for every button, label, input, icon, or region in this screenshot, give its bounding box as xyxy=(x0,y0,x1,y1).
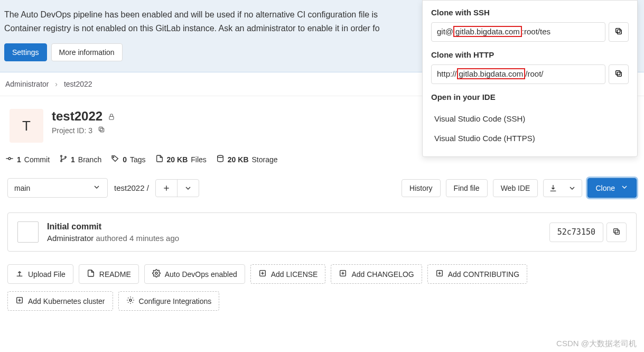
svg-rect-14 xyxy=(614,228,618,233)
ide-vscode-https[interactable]: Visual Studio Code (HTTPS) xyxy=(431,128,629,148)
history-button[interactable]: History xyxy=(402,179,441,197)
chevron-down-icon xyxy=(620,183,629,193)
plus-square-icon xyxy=(15,296,24,306)
svg-point-9 xyxy=(113,156,114,158)
web-ide-button[interactable]: Web IDE xyxy=(493,179,538,197)
svg-point-28 xyxy=(129,299,132,301)
auto-devops-button[interactable]: Auto DevOps enabled xyxy=(144,264,245,284)
upload-icon xyxy=(15,269,24,279)
svg-point-7 xyxy=(61,160,62,162)
project-title: test2022 xyxy=(52,109,102,124)
clone-ssh-title: Clone with SSH xyxy=(431,8,629,17)
svg-point-10 xyxy=(217,155,223,158)
breadcrumb-project[interactable]: test2022 xyxy=(64,80,92,88)
commit-title[interactable]: Initial commit xyxy=(47,222,541,231)
upload-file-button[interactable]: Upload File xyxy=(7,264,73,284)
clipboard-icon xyxy=(614,29,623,37)
copy-sha-button[interactable] xyxy=(606,223,627,242)
project-avatar: T xyxy=(10,109,43,143)
breadcrumb-admin[interactable]: Administrator xyxy=(5,80,49,88)
plus-square-icon xyxy=(339,269,347,279)
svg-point-8 xyxy=(65,156,67,158)
commit-meta: Administrator authored 4 minutes ago xyxy=(47,234,541,243)
commit-sha[interactable]: 52c73150 xyxy=(549,223,603,242)
add-kubernetes-button[interactable]: Add Kubernetes cluster xyxy=(7,291,113,311)
chevron-right-icon: › xyxy=(55,80,58,88)
commit-icon xyxy=(5,154,14,164)
download-icon xyxy=(544,180,563,197)
repository-toolbar: main test2022 / History Find file Web ID… xyxy=(0,174,644,202)
configure-integrations-button[interactable]: Configure Integrations xyxy=(118,291,220,311)
plus-icon xyxy=(156,180,178,197)
svg-point-3 xyxy=(8,158,11,160)
settings-button[interactable]: Settings xyxy=(4,43,47,61)
clone-button[interactable]: Clone xyxy=(587,178,637,198)
file-icon xyxy=(155,154,164,164)
ssh-url-input[interactable]: git@gitlab.bigdata.com:root/tes xyxy=(431,22,605,42)
svg-rect-31 xyxy=(617,72,621,76)
svg-rect-32 xyxy=(616,71,620,75)
project-id: Project ID: 3 xyxy=(52,126,92,135)
tag-icon xyxy=(111,154,119,164)
svg-rect-2 xyxy=(99,127,102,131)
svg-rect-1 xyxy=(100,128,104,132)
branch-selector[interactable]: main xyxy=(7,178,108,198)
plus-square-icon xyxy=(258,269,267,279)
clone-dropdown: Clone with SSH git@gitlab.bigdata.com:ro… xyxy=(422,0,638,157)
copy-ssh-button[interactable] xyxy=(609,22,629,42)
file-icon xyxy=(87,269,95,279)
commit-author-avatar xyxy=(17,221,39,243)
gear-icon xyxy=(126,296,135,306)
add-changelog-button[interactable]: Add CHANGELOG xyxy=(331,264,422,284)
svg-point-15 xyxy=(155,272,157,274)
http-url-input[interactable]: http://gitlab.bigdata.com/root/ xyxy=(431,64,605,84)
latest-commit: Initial commit Administrator authored 4 … xyxy=(7,212,637,252)
chevron-down-icon xyxy=(178,180,199,197)
svg-point-6 xyxy=(61,155,62,157)
path-crumb[interactable]: test2022 / xyxy=(114,183,149,192)
quick-actions-row-2: Add Kubernetes cluster Configure Integra… xyxy=(0,289,644,313)
add-contributing-button[interactable]: Add CONTRIBUTING xyxy=(427,264,527,284)
add-dropdown[interactable] xyxy=(155,179,199,197)
svg-rect-30 xyxy=(616,29,620,33)
branch-icon xyxy=(59,154,68,164)
stat-files[interactable]: 20 KBFiles xyxy=(155,154,207,164)
commit-author-link[interactable]: Administrator xyxy=(47,234,94,243)
gear-icon xyxy=(152,269,161,279)
stat-storage[interactable]: 20 KBStorage xyxy=(216,154,278,164)
watermark: CSDN @大数据老司机 xyxy=(556,339,637,349)
chevron-down-icon xyxy=(563,180,582,197)
lock-icon xyxy=(108,109,115,124)
ide-vscode-ssh[interactable]: Visual Studio Code (SSH) xyxy=(431,109,629,128)
stat-commits[interactable]: 1Commit xyxy=(5,154,50,164)
quick-actions-row: Upload File README Auto DevOps enabled A… xyxy=(0,262,644,286)
readme-button[interactable]: README xyxy=(79,264,139,284)
clone-http-title: Clone with HTTP xyxy=(431,50,629,59)
svg-rect-13 xyxy=(615,230,619,234)
plus-square-icon xyxy=(435,269,444,279)
svg-rect-0 xyxy=(109,116,114,119)
find-file-button[interactable]: Find file xyxy=(446,179,488,197)
stat-branches[interactable]: 1Branch xyxy=(59,154,101,164)
copy-project-id-icon[interactable] xyxy=(98,126,105,135)
add-license-button[interactable]: Add LICENSE xyxy=(250,264,326,284)
more-information-button[interactable]: More information xyxy=(51,43,123,61)
copy-http-button[interactable] xyxy=(609,64,629,84)
stat-tags[interactable]: 0Tags xyxy=(111,154,145,164)
clipboard-icon xyxy=(614,71,623,79)
open-ide-title: Open in your IDE xyxy=(431,92,629,101)
svg-rect-29 xyxy=(617,30,621,34)
storage-icon xyxy=(216,154,225,164)
chevron-down-icon xyxy=(92,183,101,193)
clipboard-icon xyxy=(612,227,621,237)
download-dropdown[interactable] xyxy=(543,179,582,197)
